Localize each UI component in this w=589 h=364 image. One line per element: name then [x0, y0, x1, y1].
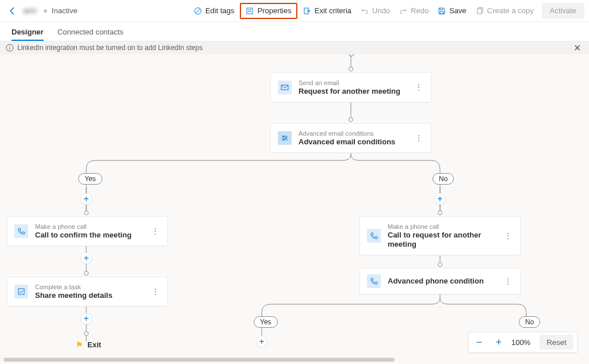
exit-icon	[303, 7, 311, 15]
tag-icon	[194, 7, 202, 15]
undo-icon	[361, 7, 369, 15]
create-copy-button[interactable]: Create a copy	[471, 3, 538, 19]
save-icon	[438, 7, 446, 15]
undo-label: Undo	[372, 6, 390, 15]
step-menu-button[interactable]: ⋮	[503, 277, 513, 286]
svg-point-24	[285, 137, 287, 139]
branch-yes-pill-2[interactable]: Yes	[254, 316, 278, 328]
step-menu-button[interactable]: ⋮	[150, 227, 160, 236]
topbar: akhi Inactive Edit tags Properties Exit …	[0, 0, 589, 22]
svg-rect-6	[477, 9, 481, 14]
flow-start-node[interactable]	[349, 54, 354, 56]
activate-button[interactable]: Activate	[542, 3, 584, 19]
conditions-icon	[278, 131, 292, 145]
edit-tags-button[interactable]: Edit tags	[189, 3, 239, 19]
flag-icon: ⚑	[76, 340, 83, 349]
svg-point-25	[283, 139, 285, 141]
exit-step[interactable]: ⚑ Exit	[76, 340, 101, 349]
step-call-confirm-meeting[interactable]: Make a phone call Call to confirm the me…	[7, 216, 168, 246]
svg-line-1	[196, 9, 200, 13]
svg-rect-2	[247, 8, 253, 14]
zoom-in-button[interactable]: +	[492, 335, 506, 349]
horizontal-scrollbar[interactable]	[3, 358, 395, 362]
step-title: Advanced phone condition	[388, 277, 503, 286]
email-icon	[278, 81, 292, 94]
branch-yes-pill[interactable]: Yes	[78, 173, 102, 185]
step-title: Request for another meeting	[299, 87, 414, 96]
branch-no-pill[interactable]: No	[433, 173, 454, 185]
infobar-close-button[interactable]: ✕	[571, 43, 583, 53]
step-subtitle: Complete a task	[35, 283, 150, 291]
svg-rect-26	[18, 289, 24, 294]
step-complete-task[interactable]: Complete a task Share meeting details ⋮	[7, 277, 168, 306]
step-menu-button[interactable]: ⋮	[414, 133, 424, 143]
exit-criteria-button[interactable]: Exit criteria	[299, 3, 356, 19]
step-advanced-email-conditions[interactable]: Advanced email conditions Advanced email…	[270, 123, 431, 153]
add-step-button[interactable]: +	[434, 193, 446, 205]
step-call-request-meeting[interactable]: Make a phone call Call to request for an…	[359, 216, 521, 255]
zoom-reset-button[interactable]: Reset	[540, 335, 573, 350]
properties-label: Properties	[257, 6, 291, 15]
add-step-button[interactable]: +	[256, 336, 267, 347]
svg-point-9	[9, 45, 10, 47]
branch-no-pill-2[interactable]: No	[519, 316, 540, 328]
infobar-message: LinkedIn integration must be turned on t…	[17, 44, 202, 52]
add-step-button[interactable]: +	[81, 193, 92, 205]
properties-button[interactable]: Properties	[240, 3, 297, 19]
page-name: akhi	[23, 6, 37, 15]
step-subtitle: Send an email	[299, 79, 414, 87]
redo-icon	[399, 7, 407, 15]
tab-connected-contacts-label: Connected contacts	[58, 28, 124, 36]
zoom-out-button[interactable]: −	[472, 335, 486, 349]
step-title: Share meeting details	[35, 291, 150, 300]
status-text: Inactive	[52, 6, 78, 15]
zoom-level: 100%	[511, 338, 530, 347]
flow-connector-dot	[349, 117, 353, 122]
flow-connector-dot	[84, 331, 89, 336]
zoom-panel: − + 100% Reset	[468, 332, 577, 352]
add-step-button[interactable]: +	[81, 313, 92, 324]
tabs: Designer Connected contacts	[0, 22, 589, 41]
tab-connected-contacts[interactable]: Connected contacts	[58, 28, 124, 41]
step-subtitle: Advanced email conditions	[299, 129, 414, 137]
step-menu-button[interactable]: ⋮	[150, 287, 160, 296]
flow-connector-dot	[84, 210, 89, 215]
exit-criteria-label: Exit criteria	[315, 6, 351, 15]
undo-button[interactable]: Undo	[356, 3, 395, 19]
phone-icon	[14, 224, 28, 238]
step-advanced-phone-condition[interactable]: Advanced phone condition ⋮	[359, 268, 521, 294]
add-step-button[interactable]: +	[81, 252, 92, 264]
redo-label: Redo	[411, 6, 429, 15]
infobar: LinkedIn integration must be turned on t…	[0, 41, 589, 54]
phone-condition-icon	[367, 274, 381, 288]
step-title: Advanced email conditions	[299, 137, 414, 147]
back-button[interactable]	[5, 3, 21, 19]
step-send-email[interactable]: Send an email Request for another meetin…	[270, 72, 431, 102]
redo-button[interactable]: Redo	[395, 3, 433, 19]
exit-label: Exit	[87, 340, 101, 349]
task-icon	[14, 285, 28, 298]
phone-icon	[367, 229, 381, 243]
step-title: Call to request for another meeting	[388, 231, 503, 249]
status-dot	[44, 9, 47, 13]
step-title: Call to confirm the meeting	[35, 231, 150, 240]
create-copy-label: Create a copy	[487, 6, 534, 15]
svg-point-23	[283, 136, 285, 137]
info-icon	[6, 44, 14, 52]
flow-connector-dot	[438, 262, 442, 267]
save-button[interactable]: Save	[433, 3, 471, 19]
step-subtitle: Make a phone call	[388, 223, 503, 231]
step-subtitle: Make a phone call	[35, 223, 150, 231]
flow-connector-dot	[438, 210, 442, 215]
step-menu-button[interactable]: ⋮	[503, 231, 513, 240]
flow-connector-dot	[84, 271, 89, 275]
flow-connector-dot	[349, 67, 353, 71]
tab-designer[interactable]: Designer	[12, 28, 44, 41]
designer-canvas[interactable]: Send an email Request for another meetin…	[0, 54, 589, 364]
properties-icon	[246, 7, 254, 15]
tab-designer-label: Designer	[12, 28, 44, 36]
copy-icon	[476, 7, 484, 15]
edit-tags-label: Edit tags	[205, 6, 235, 15]
save-label: Save	[449, 6, 466, 15]
step-menu-button[interactable]: ⋮	[414, 83, 424, 92]
